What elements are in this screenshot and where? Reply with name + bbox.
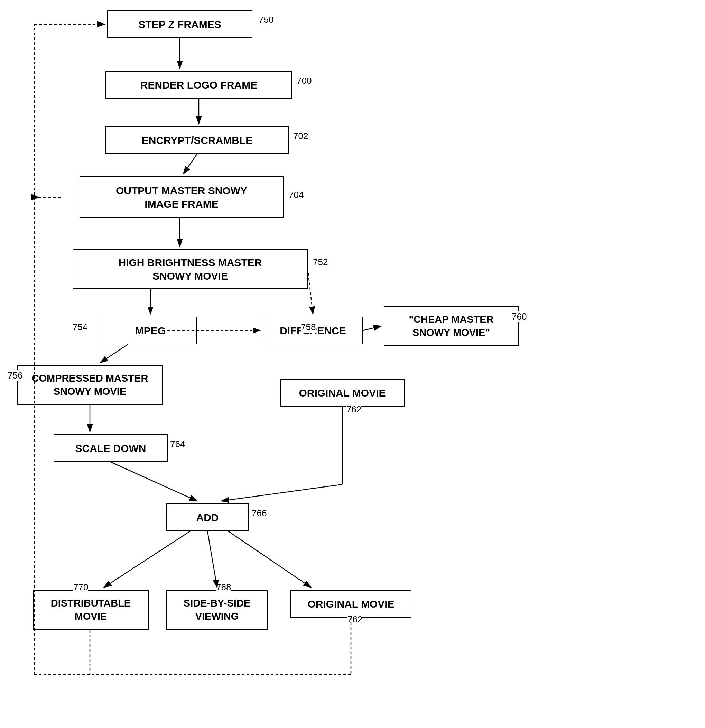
high-brightness-box: HIGH BRIGHTNESS MASTERSNOWY MOVIE [73, 249, 308, 289]
scale-down-label: SCALE DOWN [75, 442, 146, 455]
original-movie-top-label: ORIGINAL MOVIE [299, 386, 385, 400]
ref-766: 766 [252, 508, 267, 519]
diagram-container: STEP Z FRAMES RENDER LOGO FRAME ENCRYPT/… [0, 0, 705, 728]
svg-line-12 [308, 268, 313, 314]
encrypt-scramble-box: ENCRYPT/SCRAMBLE [105, 126, 289, 154]
svg-line-4 [183, 154, 197, 174]
render-logo-frame-label: RENDER LOGO FRAME [140, 78, 257, 92]
mpeg-box: MPEG [104, 316, 197, 344]
mpeg-label: MPEG [135, 324, 166, 337]
ref-764: 764 [170, 439, 185, 449]
ref-770: 770 [73, 582, 88, 593]
cheap-master-label: "CHEAP MASTERSNOWY MOVIE" [409, 313, 493, 339]
ref-762a: 762 [346, 404, 361, 415]
encrypt-scramble-label: ENCRYPT/SCRAMBLE [142, 134, 253, 147]
compressed-master-label: COMPRESSED MASTERSNOWY MOVIE [32, 372, 148, 398]
compressed-master-box: COMPRESSED MASTERSNOWY MOVIE [17, 365, 163, 405]
original-movie-top-box: ORIGINAL MOVIE [280, 379, 405, 407]
scale-down-box: SCALE DOWN [53, 434, 168, 462]
side-by-side-box: SIDE-BY-SIDEVIEWING [166, 590, 268, 630]
svg-line-17 [228, 531, 311, 588]
step-z-frames-box: STEP Z FRAMES [107, 10, 252, 38]
svg-line-14 [363, 326, 381, 331]
ref-754-arrow: 754 [73, 322, 88, 332]
original-movie-bottom-box: ORIGINAL MOVIE [290, 590, 411, 618]
ref-768: 768 [216, 582, 231, 593]
ref-702: 702 [293, 131, 308, 142]
ref-752: 752 [313, 257, 328, 267]
svg-line-7 [100, 344, 128, 363]
ref-700: 700 [297, 75, 311, 86]
ref-762b: 762 [347, 614, 362, 625]
svg-line-15 [104, 531, 190, 588]
render-logo-frame-box: RENDER LOGO FRAME [105, 71, 292, 98]
original-movie-bottom-label: ORIGINAL MOVIE [307, 597, 394, 611]
high-brightness-label: HIGH BRIGHTNESS MASTERSNOWY MOVIE [118, 256, 262, 283]
add-box: ADD [166, 503, 249, 531]
distributable-movie-box: DISTRIBUTABLEMOVIE [33, 590, 148, 630]
cheap-master-box: "CHEAP MASTERSNOWY MOVIE" [384, 306, 519, 346]
distributable-movie-label: DISTRIBUTABLEMOVIE [51, 597, 131, 623]
output-master-snowy-label: OUTPUT MASTER SNOWYIMAGE FRAME [116, 184, 247, 211]
add-label: ADD [196, 511, 219, 524]
ref-704: 704 [289, 189, 304, 200]
ref-758: 758 [301, 322, 316, 332]
svg-line-9 [111, 462, 197, 501]
side-by-side-label: SIDE-BY-SIDEVIEWING [184, 597, 250, 623]
output-master-snowy-box: OUTPUT MASTER SNOWYIMAGE FRAME [79, 176, 284, 218]
ref-756: 756 [7, 370, 23, 381]
step-z-frames-label: STEP Z FRAMES [138, 18, 221, 31]
svg-line-11 [221, 484, 342, 501]
ref-750: 750 [259, 14, 274, 25]
ref-760: 760 [512, 311, 526, 322]
svg-line-16 [208, 531, 217, 588]
